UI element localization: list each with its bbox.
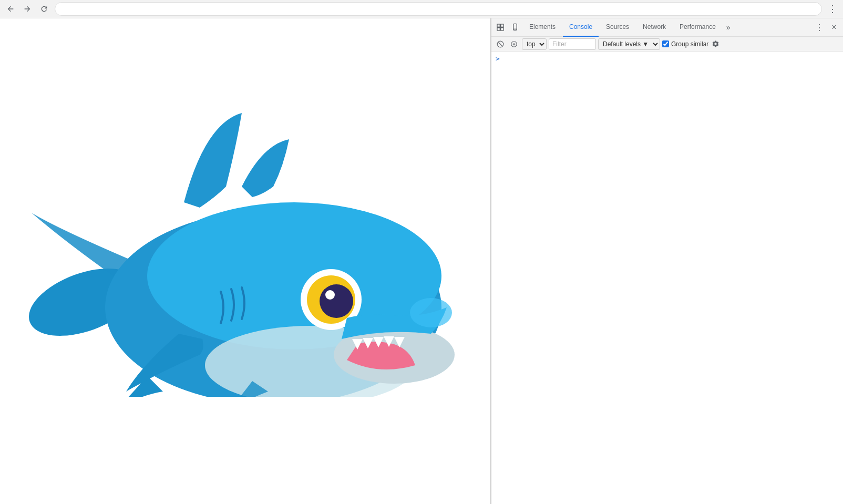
console-arrow: > [496,55,500,63]
tab-console[interactable]: Console [563,18,599,37]
console-prompt[interactable]: > [491,54,843,64]
tab-sources[interactable]: Sources [600,18,635,37]
console-settings-button[interactable] [711,39,720,49]
shark-illustration [16,81,489,407]
context-selector[interactable]: top [522,38,547,50]
svg-rect-11 [501,24,503,27]
clear-console-button[interactable] [495,38,506,50]
group-similar-label[interactable]: Group similar [662,40,708,48]
tab-performance[interactable]: Performance [673,18,722,37]
log-levels-selector[interactable]: Default levels ▼ [598,38,660,50]
browser-body: Elements Console Sources Network Perform… [0,18,843,504]
browser-window: attributes.html ⋮ [0,0,843,504]
group-similar-checkbox[interactable] [662,40,669,47]
tab-network[interactable]: Network [636,18,672,37]
reload-button[interactable] [38,3,50,15]
devtools-panel: Elements Console Sources Network Perform… [491,18,843,504]
svg-point-7 [325,290,335,300]
inspect-element-button[interactable] [494,20,507,34]
devtools-more-tabs[interactable]: » [723,18,734,37]
tab-elements[interactable]: Elements [523,18,562,37]
svg-point-16 [515,30,516,30]
devtools-tabbar: Elements Console Sources Network Perform… [491,18,843,37]
device-toolbar-button[interactable] [508,20,522,34]
console-filter-input[interactable] [549,38,596,50]
page-content [0,18,490,504]
console-toolbar: top Default levels ▼ Group similar [491,37,843,52]
devtools-controls: ⋮ × [813,20,841,34]
address-input[interactable]: attributes.html [60,5,816,13]
address-bar[interactable]: attributes.html [55,2,822,16]
svg-line-18 [498,42,502,46]
forward-button[interactable] [21,3,34,15]
devtools-menu-button[interactable]: ⋮ [813,20,826,34]
browser-menu-button[interactable]: ⋮ [826,3,839,15]
svg-rect-12 [497,28,500,30]
back-button[interactable] [4,3,17,15]
devtools-close-button[interactable]: × [827,20,841,34]
browser-topbar: attributes.html ⋮ [0,0,843,18]
preserve-log-button[interactable] [508,38,520,50]
svg-rect-10 [497,24,500,27]
svg-point-6 [320,284,353,318]
svg-rect-13 [501,28,503,30]
svg-point-9 [410,298,452,327]
console-content[interactable]: > [491,52,843,504]
